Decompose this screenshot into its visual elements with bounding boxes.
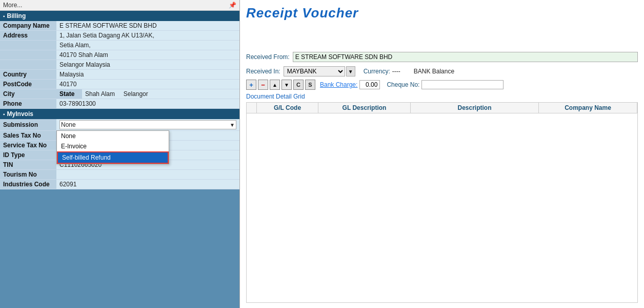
grid-header: G/L Code GL Description Description Comp… [247, 103, 637, 113]
tourism-value [56, 170, 239, 180]
option-einvoice[interactable]: E-Invoice [57, 141, 169, 151]
sales-tax-label: Sales Tax No [0, 131, 56, 141]
right-panel: Receipt Voucher Received From: Received … [240, 0, 644, 308]
address-value-1: 1, Jalan Setia Dagang AK U13/AK, [56, 31, 239, 41]
billing-postcode-row: PostCode 40170 [0, 80, 239, 89]
industries-label: Industries Code [0, 180, 56, 189]
phone-value: 03-78901300 [56, 99, 239, 109]
bank-balance-label: BANK Balance [414, 68, 454, 75]
myinvois-section-header: MyInvois [0, 109, 239, 119]
myinvois-table: Submission None ▼ None E-Invoice Self-bi… [0, 119, 239, 189]
submission-dropdown-cell[interactable]: None ▼ None E-Invoice Self-billed Refund [56, 119, 239, 131]
option-self-billed-refund[interactable]: Self-billed Refund [57, 151, 169, 164]
received-in-select-wrap: MAYBANK ▼ [284, 66, 355, 76]
received-from-row: Received From: [246, 52, 638, 62]
received-in-label: Received In: [246, 68, 280, 75]
remove-row-button[interactable]: − [258, 80, 268, 90]
pin-icon: 📌 [229, 2, 236, 9]
c-button[interactable]: C [293, 80, 304, 90]
bank-charge-group: Bank Charge: 0.00 [320, 80, 380, 89]
more-link[interactable]: More... [3, 2, 22, 9]
grid-col-company: Company Name [539, 103, 637, 113]
billing-section-header: Billing [0, 11, 239, 21]
option-none[interactable]: None [57, 131, 169, 141]
id-type-label: ID Type [0, 150, 56, 160]
topbar: More... 📌 [0, 0, 239, 11]
billing-address-row: Address 1, Jalan Setia Dagang AK U13/AK, [0, 31, 239, 41]
received-from-label: Received From: [246, 53, 290, 61]
address-label: Address [0, 31, 56, 41]
billing-table: Company Name E STREAM SOFTWARE SDN BHD A… [0, 21, 239, 109]
city-label: City [0, 89, 56, 99]
cheque-no-input[interactable] [421, 80, 504, 89]
billing-address-row2: Setia Alam, [0, 41, 239, 50]
grid-col-index [247, 103, 257, 113]
submission-row: Submission None ▼ None E-Invoice Self-bi… [0, 119, 239, 131]
move-down-button[interactable]: ▼ [281, 80, 292, 90]
received-from-input[interactable] [293, 52, 638, 62]
submission-dropdown-arrow[interactable]: ▼ [230, 122, 235, 128]
grid-col-gldesc: GL Description [318, 103, 411, 113]
postcode-label: PostCode [0, 80, 56, 89]
receipt-title: Receipt Voucher [246, 5, 638, 21]
move-up-button[interactable]: ▲ [270, 80, 280, 90]
billing-address-row4: Selangor Malaysia [0, 60, 239, 70]
grid-col-glcode: G/L Code [257, 103, 318, 113]
company-name-value: E STREAM SOFTWARE SDN BHD [56, 21, 239, 31]
submission-select[interactable]: None ▼ [59, 120, 236, 129]
bank-charge-value: 0.00 [359, 80, 380, 89]
billing-address-row3: 40170 Shah Alam [0, 50, 239, 60]
currency-group: Currency: ---- [364, 68, 400, 75]
city-value: Shah Alam Selangor [82, 89, 239, 99]
country-value: Malaysia [56, 70, 239, 80]
received-in-row: Received In: MAYBANK ▼ Currency: ---- BA… [246, 66, 638, 76]
toolbar-row: + − ▲ ▼ C S Bank Charge: 0.00 Cheque No: [246, 80, 638, 90]
phone-label: Phone [0, 99, 56, 109]
industries-row: Industries Code 62091 [0, 180, 239, 189]
billing-company-name-row: Company Name E STREAM SOFTWARE SDN BHD [0, 21, 239, 31]
cheque-no-label: Cheque No: [387, 81, 419, 88]
address-value-4: Selangor Malaysia [56, 60, 239, 70]
cheque-no-group: Cheque No: [387, 80, 504, 89]
currency-label: Currency: [364, 68, 390, 75]
postcode-value: 40170 [56, 80, 239, 89]
industries-value: 62091 [56, 180, 239, 189]
tourism-row: Tourism No [0, 170, 239, 180]
document-detail-grid: G/L Code GL Description Description Comp… [246, 102, 638, 303]
address-value-2: Setia Alam, [56, 41, 239, 50]
billing-city-state-row: City State Shah Alam Selangor [0, 89, 239, 99]
billing-phone-row: Phone 03-78901300 [0, 99, 239, 109]
address-value-3: 40170 Shah Alam [56, 50, 239, 60]
bank-charge-label: Bank Charge: [320, 81, 357, 88]
tin-label: TIN [0, 160, 56, 170]
received-in-select[interactable]: MAYBANK [284, 66, 345, 76]
state-label: State [56, 89, 82, 99]
received-in-dropdown-arrow[interactable]: ▼ [346, 66, 355, 76]
billing-country-row: Country Malaysia [0, 70, 239, 80]
grid-body [247, 113, 637, 216]
submission-dropdown-popup: None E-Invoice Self-billed Refund [56, 130, 169, 164]
country-label: Country [0, 70, 56, 80]
left-panel: More... 📌 Billing Company Name E STREAM … [0, 0, 240, 308]
service-tax-label: Service Tax No [0, 141, 56, 150]
company-name-label: Company Name [0, 21, 56, 31]
left-panel-footer [0, 189, 239, 308]
currency-value: ---- [392, 68, 400, 75]
grid-col-desc: Description [411, 103, 539, 113]
doc-detail-label: Document Detail Grid [246, 93, 638, 100]
tourism-label: Tourism No [0, 170, 56, 180]
submission-label: Submission [0, 119, 56, 131]
s-button[interactable]: S [305, 80, 315, 90]
add-row-button[interactable]: + [246, 80, 256, 90]
